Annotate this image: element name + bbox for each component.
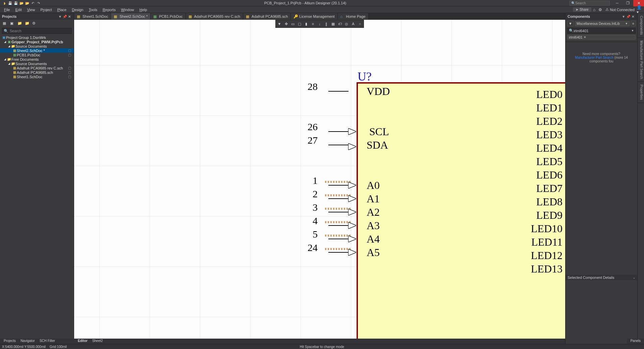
panels-button[interactable]: Panels	[627, 339, 644, 344]
menu-help[interactable]: Help	[137, 7, 150, 12]
connection-status[interactable]: ⚠ Not Connected	[603, 7, 637, 12]
pin-LED11[interactable]: LED11	[531, 236, 562, 248]
folder-tree-icon[interactable]: 📁	[25, 21, 30, 26]
pin-LED13[interactable]: LED13	[531, 263, 562, 275]
grid-icon[interactable]: ▦	[330, 21, 336, 27]
project-options-icon[interactable]: ⚙	[32, 21, 37, 26]
doctab[interactable]: 🔑License Management	[291, 13, 337, 19]
tree-adafruit-c[interactable]: ▦Adafruit PCA9685 rev C.sch▢	[0, 66, 74, 70]
tree-workspace[interactable]: ▣Project Group 1.DsnWrk	[0, 35, 74, 40]
select-touch-icon[interactable]: ▢	[297, 21, 303, 27]
doctab[interactable]: ⌂Home Page	[338, 13, 369, 19]
components-search[interactable]: 🔍 irlml6401▼	[567, 28, 636, 34]
menu-tools[interactable]: Tools	[86, 7, 100, 12]
circle-icon[interactable]: ○	[357, 21, 363, 27]
text-icon[interactable]: A	[350, 21, 356, 27]
filter-icon[interactable]: ▼	[276, 21, 282, 27]
schematic-canvas[interactable]: ▼ ✥ ▭ ▢ ▮ ≡ ↓ ‖ ▦ 🏷 ◎ A ○ U? 28VDD26SCL2…	[74, 20, 565, 344]
tree-project[interactable]: ◢▣Gripper_Project_PWM.PrjPcb	[0, 40, 74, 44]
align-h-icon[interactable]: ≡	[310, 21, 316, 27]
library-dropdown[interactable]: Miscellaneous Devices.IntLib▼	[575, 21, 630, 26]
align-left-icon[interactable]: ▮	[303, 21, 309, 27]
tree-adafruit[interactable]: ▦Adafruit PCA9685.sch▢	[0, 70, 74, 74]
tree-free-docs[interactable]: ◢📁Free Documents	[0, 57, 74, 61]
folder-icon[interactable]: 📁	[17, 21, 22, 26]
maximize-button[interactable]: ❐	[623, 0, 633, 6]
pin-LED7[interactable]: LED7	[536, 182, 562, 195]
doctab[interactable]: ▦PCB1.PcbDoc	[151, 13, 185, 19]
chip-clear-icon[interactable]: ✕	[584, 36, 586, 39]
menu-icon[interactable]: ≡	[631, 21, 636, 26]
component-designator[interactable]: U?	[358, 69, 372, 84]
tree-pcb1[interactable]: ▦PCB1.PcbDoc▢	[0, 53, 74, 57]
open-icon[interactable]: 📂	[19, 1, 24, 5]
move-icon[interactable]: ✥	[283, 21, 289, 27]
save-all-icon[interactable]: 💾	[13, 1, 18, 5]
menu-project[interactable]: Project	[38, 7, 54, 12]
panel-close-icon[interactable]: ✕	[631, 15, 635, 18]
panel-pin-icon[interactable]: 📌	[62, 15, 67, 18]
doctab[interactable]: ▦Sheet2.SchDoc *	[111, 13, 151, 19]
pin-LED10[interactable]: LED10	[531, 222, 562, 235]
tree-sheet2[interactable]: ▦Sheet2.SchDoc *▢	[0, 48, 74, 53]
tab-projects[interactable]: Projects	[1, 339, 18, 344]
tab-sch-filter[interactable]: SCH Filter	[37, 339, 57, 344]
save-icon[interactable]: 💾	[8, 1, 12, 5]
distribute-icon[interactable]: ‖	[323, 21, 329, 27]
search-chip[interactable]: irlml6401✕	[567, 35, 636, 40]
menu-design[interactable]: Design	[69, 7, 86, 12]
menu-bar: File Edit View Project Place Design Tool…	[0, 6, 644, 13]
panel-pin-icon[interactable]: 📌	[626, 15, 631, 18]
tree-sheet1[interactable]: ▦Sheet1.SchDoc▢	[0, 74, 74, 79]
menu-view[interactable]: View	[24, 7, 38, 12]
pin-LED1[interactable]: LED1	[536, 102, 562, 114]
minimize-button[interactable]: ─	[612, 0, 623, 6]
doctab[interactable]: ▦Sheet1.SchDoc	[74, 13, 111, 19]
pin-LED5[interactable]: LED5	[536, 155, 562, 168]
pin-LED12[interactable]: LED12	[531, 249, 562, 262]
pin-LED8[interactable]: LED8	[536, 196, 562, 208]
pin-LED4[interactable]: LED4	[536, 142, 562, 154]
open-project-icon[interactable]: 📂	[25, 1, 30, 5]
vtab-properties[interactable]: Properties	[638, 82, 644, 103]
mps-link[interactable]: Manufacturer Part Search (more 14 compon…	[566, 56, 637, 63]
tab-editor[interactable]: Editor	[75, 339, 90, 344]
doctab[interactable]: ▦Adafruit PCA9685 rev C.sch	[186, 13, 244, 19]
menu-window[interactable]: Window	[118, 7, 137, 12]
select-rect-icon[interactable]: ▭	[290, 21, 296, 27]
doctab[interactable]: ▦Adafruit PCA9685.sch	[243, 13, 291, 19]
settings-icon[interactable]: ⚙	[597, 7, 603, 12]
target-icon[interactable]: ◎	[343, 21, 350, 27]
tag-icon[interactable]: 🏷	[337, 21, 343, 27]
show-docs-icon[interactable]: ▦	[3, 21, 7, 26]
tab-navigator[interactable]: Navigator	[18, 339, 37, 344]
tab-sheet2[interactable]: Sheet2	[90, 339, 105, 344]
panel-dropdown-icon[interactable]: ▼	[58, 15, 62, 18]
tree-source-docs[interactable]: ◢📁Source Documents	[0, 44, 74, 48]
tree-source-docs-2[interactable]: ◢📁Source Documents	[0, 61, 74, 66]
share-button[interactable]: ➤ Share	[573, 7, 591, 12]
panel-dropdown-icon[interactable]: ▼	[621, 15, 626, 18]
filter-icon[interactable]: ▼	[567, 21, 574, 26]
undo-icon[interactable]: ↶	[31, 1, 35, 5]
selected-component-details-header[interactable]: Selected Component Details⌄	[566, 275, 637, 280]
pin-LED6[interactable]: LED6	[536, 169, 562, 181]
vtab-components[interactable]: Components	[638, 13, 644, 38]
panel-close-icon[interactable]: ✕	[67, 15, 72, 18]
menu-file[interactable]: File	[1, 7, 13, 12]
menu-reports[interactable]: Reports	[100, 7, 118, 12]
pin-LED0[interactable]: LED0	[536, 88, 562, 101]
home-icon[interactable]: ⌂	[591, 7, 597, 12]
pin-LED2[interactable]: LED2	[536, 115, 562, 128]
projects-search[interactable]: 🔍 Search	[2, 28, 72, 34]
pin-LED3[interactable]: LED3	[536, 129, 562, 141]
menu-edit[interactable]: Edit	[13, 7, 24, 12]
menu-place[interactable]: Place	[55, 7, 69, 12]
global-search[interactable]: 🔍 Search	[570, 1, 610, 6]
compile-icon[interactable]: ▣	[10, 21, 15, 26]
vtab-mps[interactable]: Manufacturer Part Search	[638, 38, 644, 82]
schematic-component[interactable]: U? 28VDD26SCL27SDA1A02A13A24A35A424A5 LE…	[357, 82, 565, 344]
redo-icon[interactable]: ↷	[36, 1, 41, 5]
pin-LED9[interactable]: LED9	[536, 209, 562, 221]
align-v-icon[interactable]: ↓	[317, 21, 323, 27]
